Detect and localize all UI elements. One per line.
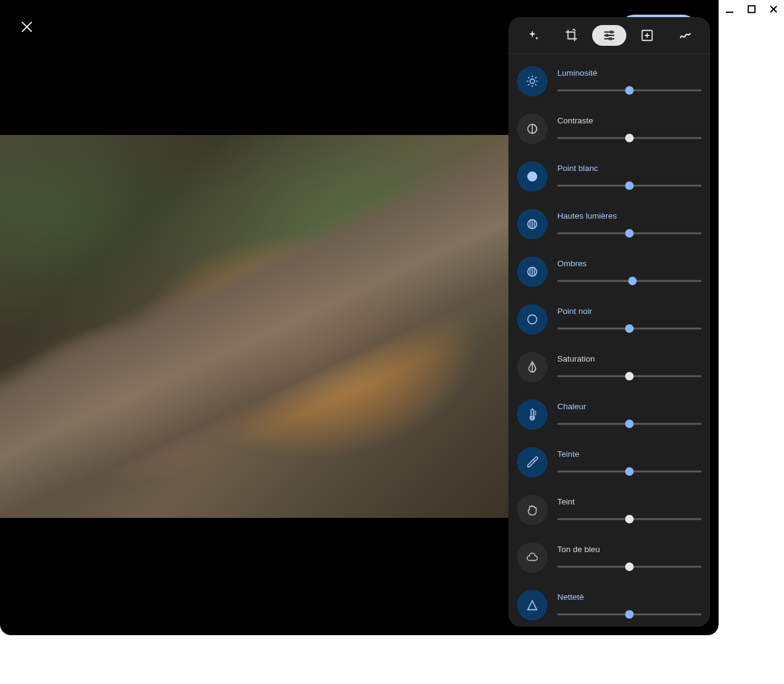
adjustment-content: Luminosité — [557, 68, 702, 95]
adjustment-whitepoint: Point blanc — [517, 161, 702, 192]
slider-thumb[interactable] — [625, 467, 634, 476]
tonality-icon[interactable] — [517, 209, 548, 239]
tonality-icon[interactable] — [517, 256, 548, 287]
svg-point-34 — [528, 315, 537, 324]
circle-outline-icon[interactable] — [517, 304, 548, 335]
svg-rect-1 — [749, 6, 755, 13]
warmth-slider[interactable] — [557, 420, 702, 428]
hand-icon[interactable] — [517, 495, 548, 525]
adjustment-content: Ombres — [557, 259, 702, 285]
slider-thumb[interactable] — [625, 324, 634, 333]
adjustment-content: Teinte — [557, 449, 702, 476]
editor-app: Enregistrer LuminositéContrastePoint bla… — [0, 0, 719, 635]
adjustment-content: Contraste — [557, 116, 702, 142]
adjustment-skin: Teint — [517, 495, 702, 525]
eyedropper-icon[interactable] — [517, 447, 548, 478]
adjustment-brightness: Luminosité — [517, 66, 702, 96]
slider-thumb[interactable] — [625, 86, 634, 95]
close-editor-button[interactable] — [13, 13, 40, 40]
slider-thumb[interactable] — [625, 562, 634, 571]
adjustment-label: Point noir — [557, 307, 702, 316]
adjustment-shadows: Ombres — [517, 256, 702, 287]
markup-icon — [678, 29, 692, 42]
filter-icon — [640, 29, 654, 42]
slider-thumb[interactable] — [628, 277, 637, 285]
window-close-button[interactable] — [768, 4, 779, 15]
close-icon — [20, 20, 34, 34]
adjustment-label: Ton de bleu — [557, 545, 702, 554]
window-controls — [724, 4, 779, 15]
bluetone-slider[interactable] — [557, 562, 702, 571]
minimize-button[interactable] — [724, 4, 735, 15]
tab-crop[interactable] — [554, 25, 588, 46]
adjustment-highlights: Hautes lumières — [517, 209, 702, 239]
slider-thumb[interactable] — [625, 515, 634, 523]
slider-thumb[interactable] — [625, 372, 634, 380]
maximize-button[interactable] — [746, 4, 757, 15]
slider-thumb[interactable] — [625, 610, 634, 619]
adjustment-label: Hautes lumières — [557, 211, 702, 220]
contrast-slider[interactable] — [557, 134, 702, 142]
slider-thumb[interactable] — [625, 181, 634, 190]
adjustment-bluetone: Ton de bleu — [517, 542, 702, 573]
circle-full-icon[interactable] — [517, 161, 548, 192]
skin-slider[interactable] — [557, 515, 702, 523]
cloud-icon[interactable] — [517, 542, 548, 573]
adjustment-label: Teinte — [557, 449, 702, 459]
slider-thumb[interactable] — [625, 229, 634, 238]
adjustment-label: Teint — [557, 497, 702, 506]
drop-icon[interactable] — [517, 352, 548, 382]
tune-icon — [603, 29, 616, 42]
adjustment-label: Luminosité — [557, 68, 702, 78]
adjustment-content: Chaleur — [557, 402, 702, 428]
adjustment-saturation: Saturation — [517, 352, 702, 382]
adjustment-label: Saturation — [557, 354, 702, 363]
svg-point-15 — [530, 79, 534, 83]
adjustment-label: Netteté — [557, 592, 702, 602]
saturation-slider[interactable] — [557, 372, 702, 380]
svg-point-25 — [528, 172, 537, 181]
sparkle-icon — [527, 29, 540, 42]
slider-thumb[interactable] — [625, 134, 634, 142]
adjustment-content: Netteté — [557, 592, 702, 619]
svg-line-22 — [528, 84, 529, 86]
brightness-slider[interactable] — [557, 86, 702, 95]
tab-adjust[interactable] — [592, 25, 626, 46]
brightness-icon[interactable] — [517, 66, 548, 96]
adjustment-content: Ton de bleu — [557, 545, 702, 571]
highlights-slider[interactable] — [557, 229, 702, 238]
adjustment-content: Point noir — [557, 307, 702, 333]
sharpness-slider[interactable] — [557, 610, 702, 619]
adjustment-content: Saturation — [557, 354, 702, 380]
tint-slider[interactable] — [557, 467, 702, 476]
contrast-icon[interactable] — [517, 114, 548, 144]
shadows-slider[interactable] — [557, 277, 702, 285]
adjustment-label: Chaleur — [557, 402, 702, 411]
tab-suggestions[interactable] — [516, 25, 551, 46]
adjustment-tint: Teinte — [517, 447, 702, 478]
adjustment-content: Teint — [557, 497, 702, 523]
crop-icon — [565, 29, 578, 42]
blackpoint-slider[interactable] — [557, 324, 702, 333]
svg-line-23 — [535, 77, 537, 78]
adjustment-contrast: Contraste — [517, 114, 702, 144]
svg-line-21 — [535, 84, 537, 86]
preview-image[interactable] — [0, 135, 508, 518]
slider-thumb[interactable] — [625, 420, 634, 428]
adjustment-label: Ombres — [557, 259, 702, 268]
svg-line-20 — [528, 77, 529, 78]
adjustment-sharpness: Netteté — [517, 590, 702, 620]
panel-tabs — [508, 17, 710, 54]
adjustment-warmth: Chaleur — [517, 399, 702, 430]
triangle-icon[interactable] — [517, 590, 548, 620]
tab-markup[interactable] — [668, 25, 702, 46]
adjustment-content: Point blanc — [557, 164, 702, 190]
adjustments-panel: LuminositéContrastePoint blancHautes lum… — [508, 17, 710, 627]
svg-point-38 — [531, 417, 533, 419]
preview-area — [0, 54, 508, 635]
tab-filters[interactable] — [630, 25, 664, 46]
adjustment-label: Point blanc — [557, 164, 702, 173]
thermometer-icon[interactable] — [517, 399, 548, 430]
whitepoint-slider[interactable] — [557, 181, 702, 190]
adjustment-label: Contraste — [557, 116, 702, 125]
